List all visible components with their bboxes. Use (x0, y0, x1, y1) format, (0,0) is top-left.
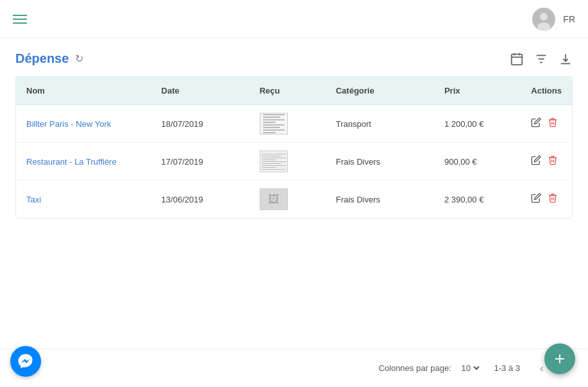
delete-icon[interactable] (548, 193, 558, 206)
expenses-table-container: Nom Date Reçu Catégorie Prix Actions Bil… (15, 76, 573, 218)
filter-icon[interactable] (534, 52, 548, 66)
pagination-range: 1-3 à 3 (494, 363, 520, 373)
col-header-date: Date (151, 77, 249, 105)
expense-name[interactable]: Restaurant - La Truffière (16, 143, 151, 181)
receipt-thumb[interactable] (260, 151, 288, 172)
expense-receipt: 🖼 (249, 181, 326, 218)
col-header-categorie: Catégorie (326, 77, 434, 105)
table-row: Taxi 13/06/2019 🖼 Frais Divers 2 390,00 … (16, 181, 572, 218)
add-fab-button[interactable]: + (544, 343, 575, 374)
calendar-icon[interactable] (510, 52, 524, 66)
col-header-prix: Prix (434, 77, 521, 105)
per-page-selector[interactable]: Colonnes par page: 10 5 25 50 (378, 363, 481, 374)
pagination-label: Colonnes par page: (378, 363, 451, 373)
expense-receipt (249, 105, 326, 143)
expense-receipt (249, 143, 326, 181)
page-content: Dépense ↻ (0, 38, 588, 231)
edit-icon[interactable] (531, 193, 541, 206)
col-header-actions: Actions (521, 77, 572, 105)
header-left (13, 15, 27, 24)
delete-icon[interactable] (548, 155, 558, 168)
app-header: FR (0, 0, 588, 38)
page-title-row: Dépense ↻ (15, 51, 573, 66)
receipt-thumb[interactable] (260, 113, 288, 135)
delete-icon[interactable] (548, 117, 558, 130)
expense-name[interactable]: Taxi (16, 181, 151, 218)
receipt-thumb[interactable]: 🖼 (260, 188, 288, 210)
refresh-icon[interactable]: ↻ (75, 53, 83, 65)
table-header: Nom Date Reçu Catégorie Prix Actions (16, 77, 572, 105)
header-right: FR (532, 8, 575, 31)
expense-name[interactable]: Billter Paris - New York (16, 105, 151, 143)
language-label[interactable]: FR (563, 14, 575, 24)
expense-category: Frais Divers (326, 143, 434, 181)
svg-point-1 (540, 13, 548, 21)
expense-price: 2 390,00 € (434, 181, 521, 218)
pagination-footer: Colonnes par page: 10 5 25 50 1-3 à 3 ‹ … (0, 349, 588, 387)
expense-date: 13/06/2019 (151, 181, 249, 218)
expenses-table: Nom Date Reçu Catégorie Prix Actions Bil… (16, 77, 572, 218)
avatar[interactable] (532, 8, 555, 31)
page-title: Dépense (15, 51, 69, 66)
col-header-nom: Nom (16, 77, 151, 105)
expense-actions (521, 181, 572, 218)
svg-rect-3 (512, 54, 523, 65)
messenger-bubble[interactable] (10, 346, 41, 377)
edit-icon[interactable] (531, 117, 541, 130)
table-body: Billter Paris - New York 18/07/2019 Tran… (16, 105, 572, 218)
download-icon[interactable] (559, 52, 573, 66)
page-title-left: Dépense ↻ (15, 51, 83, 66)
hamburger-menu-icon[interactable] (13, 15, 27, 24)
expense-actions (521, 143, 572, 181)
fab-icon: + (555, 349, 565, 369)
edit-icon[interactable] (531, 155, 541, 168)
expense-category: Transport (326, 105, 434, 143)
per-page-select[interactable]: 10 5 25 50 (459, 363, 482, 374)
expense-actions (521, 105, 572, 143)
page-title-actions (510, 52, 573, 66)
table-row: Restaurant - La Truffière 17/07/2019 Fra… (16, 143, 572, 181)
expense-date: 17/07/2019 (151, 143, 249, 181)
expense-price: 900,00 € (434, 143, 521, 181)
expense-price: 1 200,00 € (434, 105, 521, 143)
expense-date: 18/07/2019 (151, 105, 249, 143)
col-header-recu: Reçu (249, 77, 326, 105)
expense-category: Frais Divers (326, 181, 434, 218)
table-row: Billter Paris - New York 18/07/2019 Tran… (16, 105, 572, 143)
